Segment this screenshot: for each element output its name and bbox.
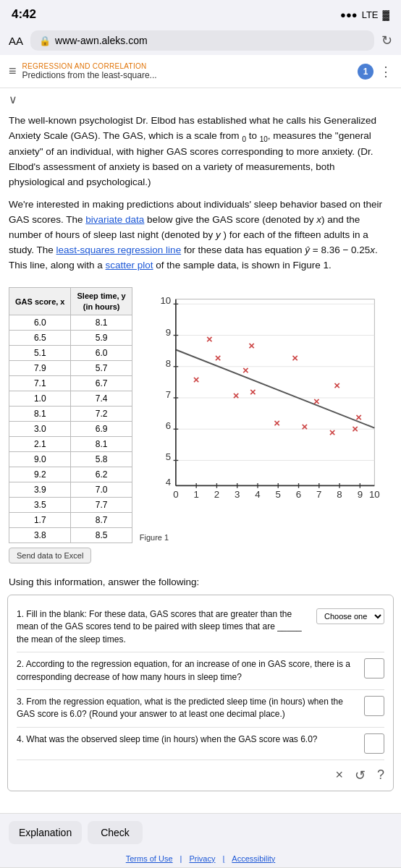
- status-bar: 4:42 ●●● LTE ▓: [0, 0, 401, 26]
- questions-box: 1. Fill in the blank: For these data, GA…: [7, 595, 394, 791]
- svg-text:×: ×: [274, 417, 280, 429]
- status-icons: ●●● LTE ▓: [340, 9, 389, 20]
- privacy-link[interactable]: Privacy: [189, 854, 215, 863]
- nav-sublabel: Predictions from the least-square...: [22, 70, 352, 80]
- table-cell: 7.7: [71, 498, 132, 513]
- data-table: GAS score, x Sleep time, y(in hours) 6.0…: [9, 287, 132, 543]
- svg-text:×: ×: [250, 386, 256, 398]
- table-cell: 8.7: [71, 513, 132, 528]
- question-3-text: 3. From the regression equation, what is…: [17, 696, 358, 721]
- svg-text:×: ×: [214, 352, 221, 365]
- question-4-answer[interactable]: [364, 733, 384, 754]
- table-row: 3.88.5: [9, 528, 132, 543]
- question-3-answer[interactable]: [364, 696, 384, 716]
- svg-text:4: 4: [255, 490, 260, 501]
- hamburger-icon[interactable]: ≡: [9, 64, 17, 79]
- table-cell: 3.8: [9, 528, 71, 543]
- table-cell: 5.1: [9, 346, 71, 361]
- svg-text:4: 4: [166, 477, 171, 488]
- table-cell: 1.7: [9, 513, 71, 528]
- regression-line-link[interactable]: least-squares regression line: [56, 244, 182, 255]
- data-section: GAS score, x Sleep time, y(in hours) 6.0…: [0, 287, 401, 571]
- svg-text:6: 6: [166, 421, 171, 432]
- check-button[interactable]: Check: [88, 821, 143, 844]
- table-cell: 1.0: [9, 391, 71, 407]
- terms-of-use-link[interactable]: Terms of Use: [126, 854, 173, 863]
- question-3: 3. From the regression equation, what is…: [17, 690, 384, 728]
- table-cell: 7.2: [71, 407, 132, 422]
- table-row: 5.16.0: [9, 346, 132, 361]
- content-wrapper: ≡ REGRESSION AND CORRELATION Predictions…: [0, 55, 401, 867]
- table-cell: 8.1: [71, 315, 132, 331]
- table-cell: 9.0: [9, 452, 71, 467]
- svg-text:×: ×: [242, 364, 249, 376]
- more-options-icon[interactable]: ⋮: [379, 64, 392, 80]
- svg-text:8: 8: [337, 490, 342, 501]
- aa-button[interactable]: AA: [9, 35, 23, 47]
- table-row: 1.07.4: [9, 391, 132, 407]
- undo-button[interactable]: ↺: [355, 767, 366, 783]
- svg-rect-0: [176, 299, 374, 486]
- question-2-answer[interactable]: [364, 658, 384, 678]
- spacer: [0, 791, 401, 813]
- table-cell: 7.9: [9, 361, 71, 376]
- lock-icon: 🔒: [39, 35, 51, 46]
- battery-icon: ▓: [383, 9, 389, 20]
- table-row: 6.08.1: [9, 315, 132, 331]
- table-cell: 8.5: [71, 528, 132, 543]
- svg-text:9: 9: [166, 327, 171, 338]
- svg-text:×: ×: [206, 333, 213, 345]
- scatter-plot-link[interactable]: scatter plot: [106, 260, 153, 271]
- svg-text:2: 2: [214, 490, 219, 501]
- accessibility-link[interactable]: Accessibility: [232, 854, 275, 863]
- table-cell: 9.2: [9, 467, 71, 482]
- table-row: 3.57.7: [9, 498, 132, 513]
- bottom-bar: Explanation Check: [0, 813, 401, 851]
- help-button[interactable]: ?: [377, 767, 384, 783]
- svg-text:×: ×: [329, 427, 335, 439]
- table-cell: 6.2: [71, 467, 132, 482]
- svg-text:0: 0: [173, 490, 178, 501]
- close-button[interactable]: ×: [335, 767, 343, 783]
- explanation-button[interactable]: Explanation: [9, 821, 82, 844]
- table-cell: 8.1: [71, 437, 132, 452]
- table-cell: 6.5: [9, 331, 71, 346]
- svg-text:×: ×: [352, 423, 358, 435]
- expand-icon[interactable]: ∨: [9, 93, 17, 106]
- svg-text:1: 1: [193, 490, 198, 501]
- table-row: 8.17.2: [9, 407, 132, 422]
- table-cell: 3.9: [9, 482, 71, 498]
- svg-text:5: 5: [275, 490, 280, 501]
- status-time: 4:42: [12, 7, 36, 22]
- svg-text:5: 5: [166, 452, 171, 463]
- svg-text:×: ×: [193, 374, 200, 386]
- url-bar[interactable]: 🔒 www-awn.aleks.com: [30, 30, 374, 51]
- table-cell: 5.9: [71, 331, 132, 346]
- svg-text:8: 8: [166, 358, 171, 369]
- send-excel-button[interactable]: Send data to Excel: [9, 548, 91, 563]
- question-1-select[interactable]: Choose one below above equal to: [316, 608, 384, 624]
- bivariate-data-link[interactable]: bivariate data: [85, 214, 144, 225]
- question-4: 4. What was the observed sleep time (in …: [17, 728, 384, 760]
- table-cell: 8.1: [9, 407, 71, 422]
- browser-bar: AA 🔒 www-awn.aleks.com ↻: [0, 26, 401, 55]
- table-row: 1.78.7: [9, 513, 132, 528]
- chart-area: 10 9 8 7 6 5 4 0 1 2 3 4 5 6 7 8 9 10: [140, 287, 392, 542]
- separator-2: |: [222, 854, 224, 863]
- nav-category: REGRESSION AND CORRELATION: [22, 62, 352, 70]
- signal-icon: ●●●: [340, 9, 358, 20]
- question-1-text: 1. Fill in the blank: For these data, GA…: [17, 608, 311, 646]
- using-info-label: Using this information, answer the follo…: [0, 571, 401, 595]
- nav-badge: 1: [358, 64, 373, 80]
- svg-text:×: ×: [232, 389, 239, 401]
- refresh-button[interactable]: ↻: [381, 33, 392, 48]
- question-4-text: 4. What was the observed sleep time (in …: [17, 733, 358, 746]
- table-cell: 3.5: [9, 498, 71, 513]
- top-nav: ≡ REGRESSION AND CORRELATION Predictions…: [0, 55, 401, 88]
- svg-text:×: ×: [334, 380, 340, 392]
- table-cell: 6.7: [71, 376, 132, 391]
- svg-text:×: ×: [301, 420, 308, 433]
- table-cell: 5.8: [71, 452, 132, 467]
- terms-row: Terms of Use | Privacy | Accessibility: [0, 851, 401, 867]
- table-row: 9.26.2: [9, 467, 132, 482]
